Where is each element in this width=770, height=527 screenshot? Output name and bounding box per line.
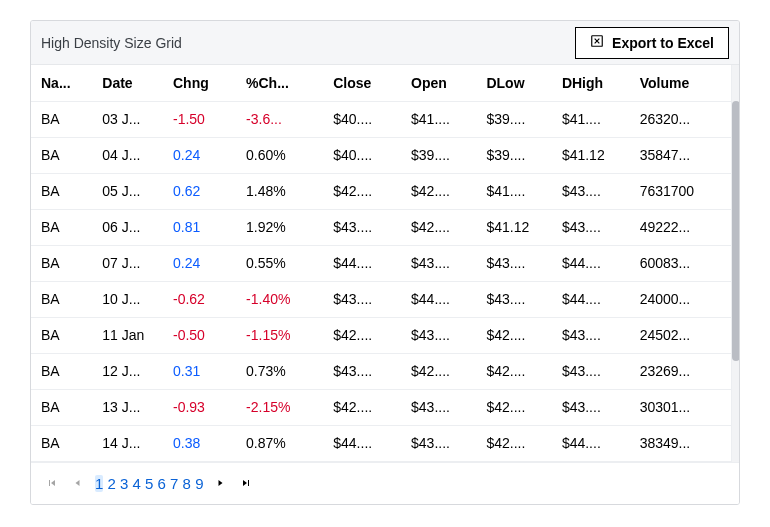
grid-panel: High Density Size Grid Export to Excel N…: [30, 20, 740, 505]
cell-volume: 26320...: [630, 101, 731, 137]
cell-dhigh: $44....: [552, 281, 630, 317]
cell-pctchng: -1.40%: [236, 281, 323, 317]
col-header-dhigh[interactable]: DHigh: [552, 65, 630, 101]
cell-chng: 0.62: [163, 173, 236, 209]
cell-dhigh: $43....: [552, 317, 630, 353]
cell-name: BA: [31, 389, 92, 425]
cell-close: $44....: [323, 425, 401, 461]
table-row[interactable]: BA05 J...0.621.48%$42....$42....$41....$…: [31, 173, 731, 209]
pager: 1 2 3 4 5 6 7 8 9: [31, 462, 739, 504]
pager-page-8[interactable]: 8: [183, 475, 191, 492]
cell-name: BA: [31, 209, 92, 245]
pager-page-7[interactable]: 7: [170, 475, 178, 492]
cell-pctchng: 1.92%: [236, 209, 323, 245]
cell-name: BA: [31, 281, 92, 317]
cell-volume: 7631700: [630, 173, 731, 209]
cell-chng: -0.93: [163, 389, 236, 425]
cell-volume: 24000...: [630, 281, 731, 317]
table-row[interactable]: BA14 J...0.380.87%$44....$43....$42....$…: [31, 425, 731, 461]
pager-last-icon[interactable]: [237, 474, 255, 492]
cell-chng: -0.50: [163, 317, 236, 353]
table-row[interactable]: BA12 J...0.310.73%$43....$42....$42....$…: [31, 353, 731, 389]
export-excel-label: Export to Excel: [612, 35, 714, 51]
table-row[interactable]: BA07 J...0.240.55%$44....$43....$43....$…: [31, 245, 731, 281]
pager-page-9[interactable]: 9: [195, 475, 203, 492]
pager-page-5[interactable]: 5: [145, 475, 153, 492]
col-header-chng[interactable]: Chng: [163, 65, 236, 101]
cell-name: BA: [31, 137, 92, 173]
cell-volume: 60083...: [630, 245, 731, 281]
cell-dlow: $42....: [476, 425, 551, 461]
cell-dhigh: $43....: [552, 353, 630, 389]
table-row[interactable]: BA06 J...0.811.92%$43....$42....$41.12$4…: [31, 209, 731, 245]
cell-pctchng: -1.15%: [236, 317, 323, 353]
cell-dhigh: $41.12: [552, 137, 630, 173]
pager-prev-icon[interactable]: [69, 474, 87, 492]
cell-close: $43....: [323, 281, 401, 317]
vertical-scrollbar[interactable]: [731, 65, 739, 462]
panel-title: High Density Size Grid: [41, 35, 182, 51]
cell-close: $42....: [323, 389, 401, 425]
cell-name: BA: [31, 173, 92, 209]
header-row: Na... Date Chng %Ch... Close Open DLow D…: [31, 65, 731, 101]
cell-dhigh: $44....: [552, 245, 630, 281]
cell-dlow: $42....: [476, 317, 551, 353]
grid-wrap: Na... Date Chng %Ch... Close Open DLow D…: [31, 65, 739, 462]
export-excel-button[interactable]: Export to Excel: [575, 27, 729, 59]
pager-page-3[interactable]: 3: [120, 475, 128, 492]
cell-chng: 0.31: [163, 353, 236, 389]
cell-open: $41....: [401, 101, 476, 137]
cell-open: $44....: [401, 281, 476, 317]
cell-dlow: $42....: [476, 389, 551, 425]
col-header-date[interactable]: Date: [92, 65, 163, 101]
cell-pctchng: -2.15%: [236, 389, 323, 425]
cell-dlow: $41.12: [476, 209, 551, 245]
col-header-pctchng[interactable]: %Ch...: [236, 65, 323, 101]
cell-volume: 23269...: [630, 353, 731, 389]
cell-open: $43....: [401, 425, 476, 461]
cell-pctchng: 1.48%: [236, 173, 323, 209]
cell-volume: 24502...: [630, 317, 731, 353]
cell-volume: 49222...: [630, 209, 731, 245]
cell-date: 06 J...: [92, 209, 163, 245]
cell-date: 14 J...: [92, 425, 163, 461]
cell-date: 12 J...: [92, 353, 163, 389]
cell-dhigh: $41....: [552, 101, 630, 137]
cell-close: $40....: [323, 101, 401, 137]
pager-next-icon[interactable]: [211, 474, 229, 492]
col-header-name[interactable]: Na...: [31, 65, 92, 101]
cell-dhigh: $43....: [552, 173, 630, 209]
cell-date: 03 J...: [92, 101, 163, 137]
cell-pctchng: 0.60%: [236, 137, 323, 173]
cell-dhigh: $44....: [552, 425, 630, 461]
pager-page-1[interactable]: 1: [95, 475, 103, 492]
pager-first-icon[interactable]: [43, 474, 61, 492]
table-row[interactable]: BA04 J...0.240.60%$40....$39....$39....$…: [31, 137, 731, 173]
col-header-volume[interactable]: Volume: [630, 65, 731, 101]
cell-volume: 38349...: [630, 425, 731, 461]
pager-page-4[interactable]: 4: [133, 475, 141, 492]
cell-chng: -0.62: [163, 281, 236, 317]
table-row[interactable]: BA10 J...-0.62-1.40%$43....$44....$43...…: [31, 281, 731, 317]
scrollbar-thumb[interactable]: [732, 101, 740, 361]
table-row[interactable]: BA13 J...-0.93-2.15%$42....$43....$42...…: [31, 389, 731, 425]
cell-volume: 30301...: [630, 389, 731, 425]
col-header-dlow[interactable]: DLow: [476, 65, 551, 101]
cell-name: BA: [31, 101, 92, 137]
table-row[interactable]: BA11 Jan-0.50-1.15%$42....$43....$42....…: [31, 317, 731, 353]
cell-close: $40....: [323, 137, 401, 173]
cell-pctchng: -3.6...: [236, 101, 323, 137]
pager-page-2[interactable]: 2: [108, 475, 116, 492]
cell-name: BA: [31, 317, 92, 353]
cell-dlow: $43....: [476, 245, 551, 281]
col-header-close[interactable]: Close: [323, 65, 401, 101]
panel-header: High Density Size Grid Export to Excel: [31, 21, 739, 65]
pager-page-6[interactable]: 6: [158, 475, 166, 492]
cell-close: $44....: [323, 245, 401, 281]
cell-dlow: $39....: [476, 137, 551, 173]
cell-dlow: $39....: [476, 101, 551, 137]
table-row[interactable]: BA03 J...-1.50-3.6...$40....$41....$39..…: [31, 101, 731, 137]
cell-dhigh: $43....: [552, 389, 630, 425]
cell-open: $43....: [401, 389, 476, 425]
col-header-open[interactable]: Open: [401, 65, 476, 101]
